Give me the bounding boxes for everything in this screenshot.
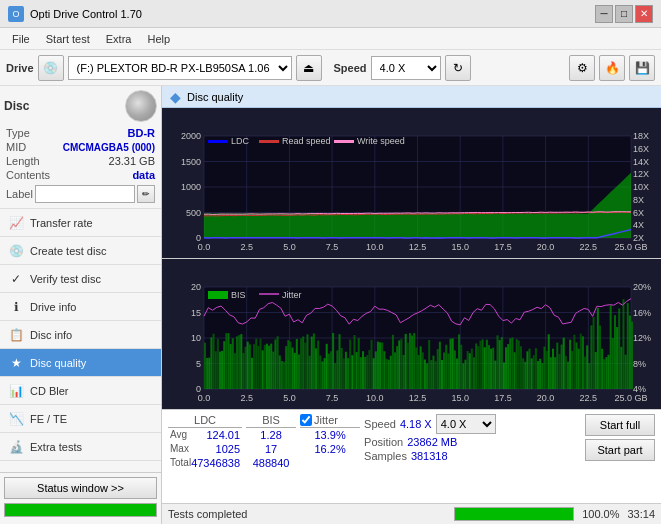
stats-area: LDC Avg 124.01 Max 1025 Total 47346838 xyxy=(162,409,661,503)
top-chart-canvas xyxy=(162,108,661,258)
titlebar-controls: ─ □ ✕ xyxy=(595,5,653,23)
start-full-button[interactable]: Start full xyxy=(585,414,655,436)
position-row: Position 23862 MB xyxy=(364,436,581,448)
fe-te-icon: 📉 xyxy=(8,411,24,427)
nav-transfer-rate[interactable]: 📈 Transfer rate xyxy=(0,209,161,237)
speed-label: Speed xyxy=(334,62,367,74)
menu-extra[interactable]: Extra xyxy=(98,31,140,47)
ldc-avg-value: 124.01 xyxy=(206,429,240,441)
speed-stat-select[interactable]: 4.0 X xyxy=(436,414,496,434)
disc-header: Disc xyxy=(4,90,157,122)
app-icon: O xyxy=(8,6,24,22)
disc-section: Disc Type BD-R MID CMCMAGBA5 (000) Lengt… xyxy=(0,86,161,209)
bottom-progress-fill xyxy=(455,508,573,520)
nav-create-test-disc-label: Create test disc xyxy=(30,245,106,257)
content-header-icon: ◆ xyxy=(170,89,181,105)
bis-max-row: 17 xyxy=(246,442,296,456)
jitter-header: Jitter xyxy=(314,414,338,426)
nav-disc-quality-label: Disc quality xyxy=(30,357,86,369)
ldc-header: LDC xyxy=(168,414,242,428)
menu-file[interactable]: File xyxy=(4,31,38,47)
avg-label: Avg xyxy=(170,429,187,441)
titlebar: O Opti Drive Control 1.70 ─ □ ✕ xyxy=(0,0,661,28)
jitter-checkbox[interactable] xyxy=(300,414,312,426)
status-window-button[interactable]: Status window >> xyxy=(4,477,157,499)
jitter-max-value: 16.2% xyxy=(314,443,345,455)
burn-button[interactable]: 🔥 xyxy=(599,55,625,81)
verify-test-disc-icon: ✓ xyxy=(8,271,24,287)
titlebar-left: O Opti Drive Control 1.70 xyxy=(8,6,142,22)
ldc-max-value: 1025 xyxy=(216,443,240,455)
nav-create-test-disc[interactable]: 💿 Create test disc xyxy=(0,237,161,265)
jitter-column: Jitter 13.9% 16.2% xyxy=(300,414,360,456)
jitter-max-row: 16.2% xyxy=(300,442,360,456)
menu-help[interactable]: Help xyxy=(139,31,178,47)
samples-value: 381318 xyxy=(411,450,448,462)
progress-bar xyxy=(4,503,157,517)
ldc-max-row: Max 1025 xyxy=(168,442,242,456)
nav-menu: 📈 Transfer rate 💿 Create test disc ✓ Ver… xyxy=(0,209,161,472)
sidebar-statusbar: Status window >> xyxy=(0,472,161,524)
ldc-total-value: 47346838 xyxy=(191,457,240,469)
menubar: File Start test Extra Help xyxy=(0,28,661,50)
transfer-rate-icon: 📈 xyxy=(8,215,24,231)
bis-max-value: 17 xyxy=(265,443,277,455)
top-chart xyxy=(162,108,661,259)
nav-extra-tests[interactable]: 🔬 Extra tests xyxy=(0,433,161,461)
bis-avg-value: 1.28 xyxy=(260,429,281,441)
drive-select[interactable]: (F:) PLEXTOR BD-R PX-LB950SA 1.06 xyxy=(68,56,292,80)
max-label: Max xyxy=(170,443,189,455)
close-button[interactable]: ✕ xyxy=(635,5,653,23)
ldc-avg-row: Avg 124.01 xyxy=(168,428,242,442)
bis-header: BIS xyxy=(246,414,296,428)
refresh-button[interactable]: ↻ xyxy=(445,55,471,81)
nav-extra-tests-label: Extra tests xyxy=(30,441,82,453)
drive-icon-btn[interactable]: 💿 xyxy=(38,55,64,81)
bis-total-row: 488840 xyxy=(246,456,296,470)
eject-button[interactable]: ⏏ xyxy=(296,55,322,81)
disc-quality-icon: ★ xyxy=(8,355,24,371)
disc-contents-label: Contents xyxy=(6,169,50,181)
disc-contents-value: data xyxy=(132,169,155,181)
content-header-title: Disc quality xyxy=(187,91,243,103)
disc-mid-value: CMCMAGBA5 (000) xyxy=(63,142,155,153)
disc-mid-row: MID CMCMAGBA5 (000) xyxy=(4,140,157,154)
disc-length-row: Length 23.31 GB xyxy=(4,154,157,168)
speed-select-toolbar[interactable]: 4.0 X xyxy=(371,56,441,80)
maximize-button[interactable]: □ xyxy=(615,5,633,23)
disc-label-input[interactable] xyxy=(35,185,135,203)
nav-verify-test-disc[interactable]: ✓ Verify test disc xyxy=(0,265,161,293)
ldc-total-row: Total 47346838 xyxy=(168,456,242,470)
nav-cd-bler[interactable]: 📊 CD Bler xyxy=(0,377,161,405)
save-button[interactable]: 💾 xyxy=(629,55,655,81)
disc-type-label: Type xyxy=(6,127,30,139)
sidebar: Disc Type BD-R MID CMCMAGBA5 (000) Lengt… xyxy=(0,86,162,524)
bottom-progress-bar xyxy=(454,507,574,521)
label-edit-button[interactable]: ✏ xyxy=(137,185,155,203)
progress-percentage: 100.0% xyxy=(582,508,619,520)
position-value: 23862 MB xyxy=(407,436,457,448)
create-test-disc-icon: 💿 xyxy=(8,243,24,259)
nav-drive-info[interactable]: ℹ Drive info xyxy=(0,293,161,321)
settings-button[interactable]: ⚙ xyxy=(569,55,595,81)
disc-length-value: 23.31 GB xyxy=(109,155,155,167)
minimize-button[interactable]: ─ xyxy=(595,5,613,23)
toolbar: Drive 💿 (F:) PLEXTOR BD-R PX-LB950SA 1.0… xyxy=(0,50,661,86)
nav-disc-quality[interactable]: ★ Disc quality xyxy=(0,349,161,377)
speed-row: Speed 4.18 X 4.0 X xyxy=(364,414,581,434)
progress-row xyxy=(4,503,157,517)
start-part-button[interactable]: Start part xyxy=(585,439,655,461)
nav-fe-te[interactable]: 📉 FE / TE xyxy=(0,405,161,433)
bis-avg-row: 1.28 xyxy=(246,428,296,442)
bottom-chart-canvas xyxy=(162,259,661,409)
menu-start-test[interactable]: Start test xyxy=(38,31,98,47)
samples-label: Samples xyxy=(364,450,407,462)
nav-disc-info[interactable]: 📋 Disc info xyxy=(0,321,161,349)
samples-row: Samples 381318 xyxy=(364,450,581,462)
content-area: ◆ Disc quality LDC Avg 124.01 xyxy=(162,86,661,524)
nav-cd-bler-label: CD Bler xyxy=(30,385,69,397)
disc-label-label: Label xyxy=(6,188,33,200)
nav-drive-info-label: Drive info xyxy=(30,301,76,313)
nav-disc-info-label: Disc info xyxy=(30,329,72,341)
bottom-status-bar: Tests completed 100.0% 33:14 xyxy=(162,503,661,524)
